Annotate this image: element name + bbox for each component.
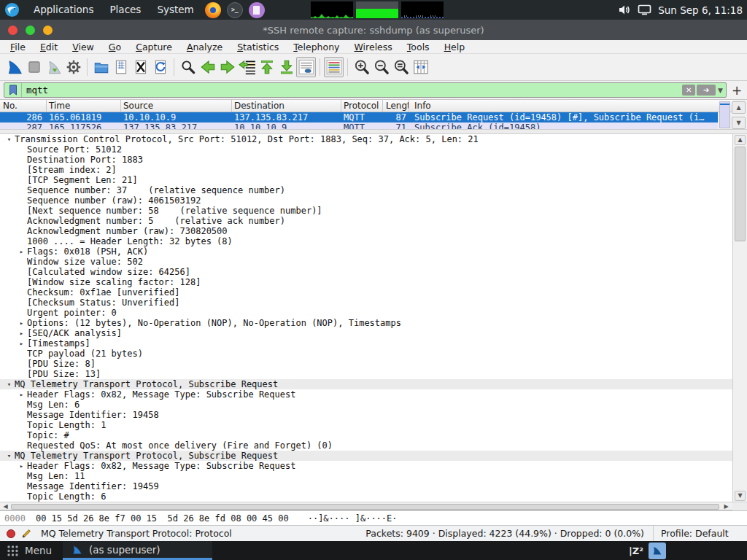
zoom-in-icon[interactable]: [352, 57, 371, 77]
tree-row[interactable]: Message Identifier: 19459: [0, 481, 732, 491]
tree-row[interactable]: Sequence number: 37 (relative sequence n…: [0, 185, 732, 195]
terminal-icon[interactable]: >_: [227, 2, 243, 18]
display-icon[interactable]: [638, 4, 651, 15]
column-header-length[interactable]: Length: [383, 100, 409, 112]
scroll-left-icon[interactable]: ◀: [1, 503, 10, 510]
tree-row[interactable]: [Window size scaling factor: 128]: [0, 277, 732, 287]
capture-options-icon[interactable]: [63, 57, 83, 77]
column-header-no[interactable]: No.: [0, 100, 47, 112]
menu-item[interactable]: Wireless: [347, 42, 400, 52]
tree-row[interactable]: Topic Length: 1: [0, 420, 732, 430]
find-packet-icon[interactable]: [178, 57, 198, 77]
tree-row[interactable]: ▸Header Flags: 0x82, Message Type: Subsc…: [0, 389, 732, 400]
display-filter-field[interactable]: ✕ ➔ ▼: [4, 82, 727, 98]
tree-row[interactable]: [PDU Size: 13]: [0, 369, 732, 379]
panel-clock[interactable]: Sun Sep 6, 11:18: [658, 4, 743, 16]
expander-icon[interactable]: [16, 481, 27, 491]
tree-row[interactable]: Urgent pointer: 0: [0, 308, 732, 318]
taskbar-menu-button[interactable]: Menu: [0, 541, 61, 560]
expander-icon[interactable]: ▸: [16, 338, 27, 349]
save-file-icon[interactable]: [111, 57, 131, 77]
menu-item[interactable]: Analyze: [179, 42, 230, 52]
firefox-icon[interactable]: [205, 2, 221, 18]
expander-icon[interactable]: [16, 287, 27, 298]
tree-row[interactable]: ▸Flags: 0x018 (PSH, ACK): [0, 246, 732, 257]
tree-row[interactable]: ▸Options: (12 bytes), No-Operation (NOP)…: [0, 318, 732, 328]
tree-row[interactable]: Message Identifier: 19458: [0, 410, 732, 420]
scroll-up-icon[interactable]: ▲: [732, 101, 746, 114]
panel-menu-item[interactable]: System: [149, 4, 201, 15]
detail-horizontal-scrollbar[interactable]: ◀ ▶: [0, 502, 747, 510]
expander-icon[interactable]: [16, 491, 27, 502]
tree-row[interactable]: Source Port: 51012: [0, 144, 732, 155]
profile-status[interactable]: Profile: Default: [654, 528, 747, 539]
expander-icon[interactable]: [16, 410, 27, 420]
packet-row[interactable]: 287 165.117526 137.135.83.217 10.10.10.9…: [0, 122, 718, 129]
window-titlebar[interactable]: *SSH remote capture: sshdump (as superus…: [0, 20, 747, 40]
open-file-icon[interactable]: [91, 57, 111, 77]
menu-item[interactable]: Tools: [400, 42, 437, 52]
tree-row[interactable]: [Next sequence number: 58 (relative sequ…: [0, 206, 732, 216]
expander-icon[interactable]: [16, 236, 27, 246]
expander-icon[interactable]: ▸: [16, 389, 27, 400]
tree-row[interactable]: Msg Len: 11: [0, 471, 732, 481]
column-header-info[interactable]: Info: [409, 100, 732, 112]
column-header-time[interactable]: Time: [47, 100, 121, 112]
filter-bookmark-icon[interactable]: [4, 83, 22, 97]
column-header-destination[interactable]: Destination: [232, 100, 341, 112]
panel-menu-item[interactable]: Places: [101, 4, 149, 15]
expander-icon[interactable]: [16, 471, 27, 481]
expander-icon[interactable]: [16, 349, 27, 359]
expander-icon[interactable]: ▾: [4, 451, 15, 461]
network-graph[interactable]: [401, 1, 444, 18]
tree-row[interactable]: Msg Len: 6: [0, 400, 732, 410]
auto-scroll-icon[interactable]: [296, 57, 316, 77]
expander-icon[interactable]: [16, 369, 27, 379]
packet-list-minimap-scrollbar[interactable]: [719, 101, 730, 128]
tree-row[interactable]: ▸[SEQ/ACK analysis]: [0, 328, 732, 338]
volume-icon[interactable]: [619, 4, 631, 15]
menu-item[interactable]: Statistics: [230, 42, 286, 52]
expander-icon[interactable]: [16, 359, 27, 369]
tree-row[interactable]: [Stream index: 2]: [0, 165, 732, 175]
tree-row[interactable]: Topic: #: [0, 430, 732, 440]
expander-icon[interactable]: ▸: [16, 461, 27, 471]
filter-add-button[interactable]: +: [730, 83, 743, 98]
go-back-icon[interactable]: [198, 57, 217, 77]
go-forward-icon[interactable]: [217, 57, 237, 77]
packet-bytes-pane[interactable]: 0000 00 15 5d 26 8e f7 00 15 5d 26 8e fd…: [0, 510, 747, 525]
expander-icon[interactable]: [16, 144, 27, 155]
expander-icon[interactable]: [16, 400, 27, 410]
screensaver-zz-icon[interactable]: |Z²: [629, 545, 643, 556]
tree-row[interactable]: Acknowledgment number (raw): 730820500: [0, 226, 732, 236]
expander-icon[interactable]: ▾: [4, 379, 15, 389]
tree-row[interactable]: Acknowledgment number: 5 (relative ack n…: [0, 216, 732, 226]
expander-icon[interactable]: [16, 165, 27, 175]
close-file-icon[interactable]: [131, 57, 150, 77]
zoom-original-icon[interactable]: [391, 57, 411, 77]
filter-clear-icon[interactable]: ✕: [682, 85, 695, 96]
tree-row[interactable]: ▸Header Flags: 0x82, Message Type: Subsc…: [0, 461, 732, 471]
go-to-packet-icon[interactable]: [237, 57, 257, 77]
menu-item[interactable]: Go: [101, 42, 128, 52]
scroll-down-icon[interactable]: ▼: [735, 491, 746, 501]
detail-vertical-scrollbar[interactable]: ▲ ▼: [732, 134, 747, 502]
expander-icon[interactable]: [16, 277, 27, 287]
expander-icon[interactable]: [16, 257, 27, 267]
kali-logo-icon[interactable]: [4, 2, 20, 18]
expander-icon[interactable]: [16, 430, 27, 440]
scrollbar-thumb[interactable]: [735, 147, 746, 241]
colorize-icon[interactable]: [324, 57, 344, 77]
tree-row[interactable]: ▾Transmission Control Protocol, Src Port…: [0, 134, 732, 144]
tree-row[interactable]: Destination Port: 1883: [0, 155, 732, 165]
tree-row[interactable]: [PDU Size: 8]: [0, 359, 732, 369]
expander-icon[interactable]: ▸: [16, 328, 27, 338]
restart-capture-icon[interactable]: [44, 57, 63, 77]
go-last-icon[interactable]: [276, 57, 296, 77]
expander-icon[interactable]: [16, 420, 27, 430]
go-first-icon[interactable]: [257, 57, 276, 77]
pane-splitter[interactable]: [0, 129, 747, 134]
menu-item[interactable]: Capture: [128, 42, 179, 52]
expander-icon[interactable]: [16, 155, 27, 165]
display-filter-input[interactable]: [22, 85, 682, 96]
